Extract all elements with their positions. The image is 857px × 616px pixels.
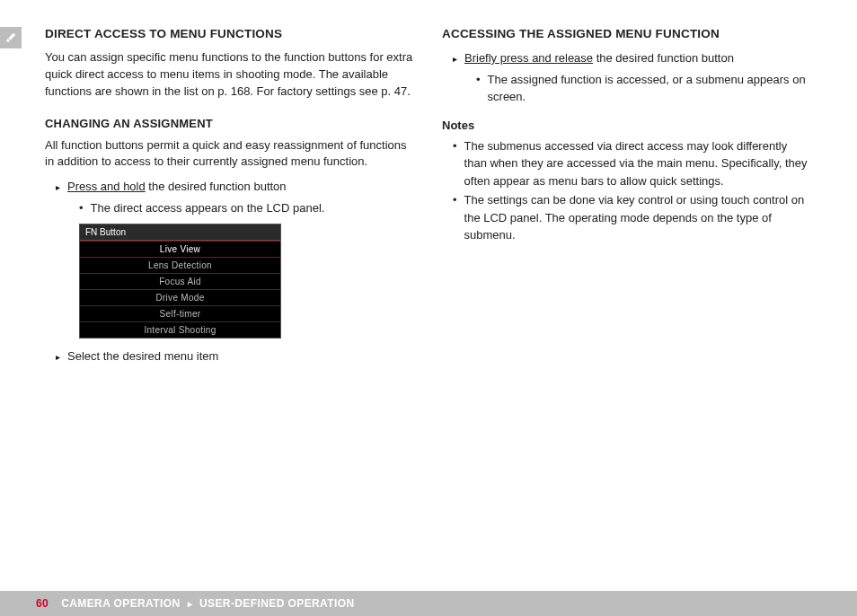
step-result: • The assigned function is accessed, or … bbox=[476, 71, 812, 106]
section-title: ACCESSING THE ASSIGNED MENU FUNCTION bbox=[442, 27, 812, 40]
step-result: • The direct access appears on the LCD p… bbox=[79, 199, 415, 217]
notes-heading: Notes bbox=[442, 119, 812, 132]
subsection-title: CHANGING AN ASSIGNMENT bbox=[45, 117, 415, 130]
step-text: Press and hold the desired function butt… bbox=[67, 178, 287, 196]
tools-tab-icon bbox=[0, 27, 22, 48]
note: • The submenus accessed via direct acces… bbox=[453, 137, 812, 190]
menu-item: Live View bbox=[80, 241, 280, 258]
left-column: DIRECT ACCESS TO MENU FUNCTIONS You can … bbox=[45, 27, 415, 369]
bullet-icon: • bbox=[79, 199, 84, 217]
subsection-intro: All function buttons permit a quick and … bbox=[45, 137, 415, 172]
section-title: DIRECT ACCESS TO MENU FUNCTIONS bbox=[45, 27, 415, 40]
menu-item: Self-timer bbox=[80, 306, 280, 322]
lcd-menu-illustration: FN Button Live View Lens Detection Focus… bbox=[79, 224, 281, 339]
step-press-release: ▸ Briefly press and release the desired … bbox=[453, 49, 812, 67]
bullet-icon: • bbox=[453, 191, 457, 209]
menu-header: FN Button bbox=[80, 224, 280, 241]
page-content: DIRECT ACCESS TO MENU FUNCTIONS You can … bbox=[0, 0, 857, 369]
bullet-icon: • bbox=[453, 137, 457, 155]
right-column: ACCESSING THE ASSIGNED MENU FUNCTION ▸ B… bbox=[442, 27, 812, 369]
breadcrumb-subsection: USER-DEFINED OPERATION bbox=[199, 597, 355, 610]
page-footer: 60 CAMERA OPERATION ▸ USER-DEFINED OPERA… bbox=[0, 591, 857, 616]
arrow-icon: ▸ bbox=[56, 350, 60, 364]
intro-text: You can assign specific menu functions t… bbox=[45, 49, 415, 101]
page-number: 60 bbox=[36, 597, 49, 610]
separator-icon: ▸ bbox=[188, 599, 192, 609]
menu-item: Focus Aid bbox=[80, 274, 280, 290]
note: • The settings can be done via key contr… bbox=[453, 191, 812, 244]
menu-item: Lens Detection bbox=[80, 258, 280, 274]
bullet-icon: • bbox=[476, 71, 481, 89]
arrow-icon: ▸ bbox=[453, 52, 457, 66]
step-press-hold: ▸ Press and hold the desired function bu… bbox=[56, 178, 415, 196]
step-text: Briefly press and release the desired fu… bbox=[464, 49, 734, 67]
arrow-icon: ▸ bbox=[56, 180, 60, 194]
step-select: ▸ Select the desired menu item bbox=[56, 348, 415, 365]
menu-item: Drive Mode bbox=[80, 290, 280, 306]
breadcrumb-section: CAMERA OPERATION bbox=[61, 597, 180, 610]
menu-item: Interval Shooting bbox=[80, 322, 280, 338]
step-text: Select the desired menu item bbox=[67, 348, 218, 365]
